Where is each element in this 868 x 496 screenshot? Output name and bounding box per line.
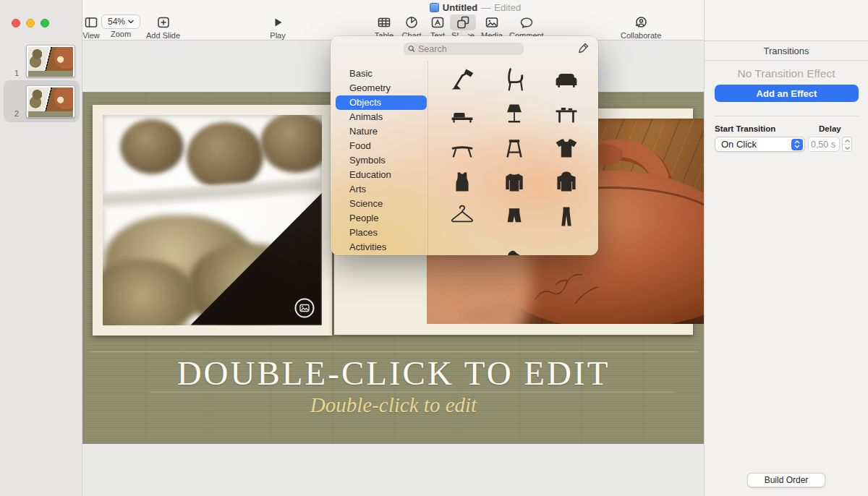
t-shirt-icon bbox=[553, 135, 579, 161]
shorts-icon bbox=[501, 204, 527, 230]
table-icon bbox=[371, 14, 397, 30]
category-symbols[interactable]: Symbols bbox=[336, 153, 427, 168]
collaborate-button[interactable]: Collaborate bbox=[621, 14, 661, 40]
pants-icon bbox=[553, 204, 579, 230]
keynote-window: 12 Untitled — Edited View 54% Zoom Add S… bbox=[0, 0, 868, 496]
zoom-value: 54% bbox=[108, 17, 125, 27]
tea-ball bbox=[120, 119, 184, 174]
shape-cell-t-shirt[interactable] bbox=[550, 132, 582, 164]
zoom-window-button[interactable] bbox=[41, 19, 49, 27]
sneaker-icon bbox=[449, 238, 475, 255]
text-icon bbox=[425, 14, 451, 30]
text-box-guide bbox=[89, 351, 698, 352]
document-proxy-icon bbox=[430, 3, 439, 12]
shape-cell-sofa[interactable] bbox=[550, 64, 582, 95]
delay-label: Delay bbox=[819, 124, 841, 133]
chart-icon bbox=[399, 14, 425, 30]
shape-cell-loafer[interactable] bbox=[550, 235, 582, 255]
search-icon bbox=[408, 45, 415, 53]
shape-grid bbox=[436, 62, 592, 255]
delay-stepper[interactable] bbox=[842, 137, 852, 152]
shape-cell-stool[interactable] bbox=[498, 132, 530, 164]
start-transition-select[interactable]: On Click bbox=[715, 137, 805, 152]
close-window-button[interactable] bbox=[12, 19, 20, 27]
shape-cell-chair[interactable] bbox=[498, 64, 530, 95]
shape-cell-sweater[interactable] bbox=[498, 166, 530, 198]
zoom-control[interactable]: 54% Zoom bbox=[101, 14, 140, 38]
chair-icon bbox=[501, 67, 527, 93]
bed-icon bbox=[449, 101, 475, 127]
minimize-window-button[interactable] bbox=[26, 19, 35, 27]
add-slide-icon bbox=[150, 14, 176, 30]
category-food[interactable]: Food bbox=[336, 139, 427, 153]
shape-cell-tank-top[interactable] bbox=[446, 166, 478, 198]
shape-icon bbox=[450, 14, 476, 30]
search-input[interactable] bbox=[418, 44, 519, 54]
category-science[interactable]: Science bbox=[336, 197, 427, 211]
build-order-button[interactable]: Build Order bbox=[747, 473, 825, 487]
edited-status: Edited bbox=[494, 2, 521, 13]
category-objects[interactable]: Objects bbox=[336, 95, 427, 110]
add-slide-button[interactable]: Add Slide bbox=[146, 14, 180, 40]
shapes-popover: BasicGeometryObjectsAnimalsNatureFoodSym… bbox=[331, 36, 598, 255]
shape-cell-high-heel[interactable] bbox=[498, 235, 530, 255]
category-arts[interactable]: Arts bbox=[336, 182, 427, 197]
category-activities[interactable]: Activities bbox=[336, 240, 427, 255]
slide-title-text[interactable]: DOUBLE-CLICK TO EDIT bbox=[83, 354, 704, 393]
no-transition-label: No Transition Effect bbox=[705, 67, 868, 80]
shape-cell-desk[interactable] bbox=[550, 98, 582, 129]
hanger-icon bbox=[449, 204, 475, 230]
delay-field[interactable]: 0,50 s bbox=[808, 137, 840, 152]
shape-cell-table-lamp[interactable] bbox=[498, 98, 530, 129]
category-places[interactable]: Places bbox=[336, 226, 427, 240]
sweater-icon bbox=[501, 169, 527, 195]
slide-thumbnail-1[interactable] bbox=[26, 45, 75, 77]
slide-thumbnail-2[interactable] bbox=[26, 85, 75, 118]
slide-subtitle-text[interactable]: Double-click to edit bbox=[83, 393, 704, 417]
category-education[interactable]: Education bbox=[336, 168, 427, 182]
category-people[interactable]: People bbox=[336, 211, 427, 226]
stepper-up-icon[interactable] bbox=[843, 137, 851, 145]
high-heel-icon bbox=[501, 238, 527, 255]
media-icon bbox=[479, 14, 505, 30]
transitions-inspector: Transitions No Transition Effect Add an … bbox=[704, 0, 868, 496]
thumbnail-image bbox=[28, 47, 73, 71]
shape-search-field[interactable] bbox=[404, 43, 524, 55]
photo-frame-left[interactable] bbox=[93, 105, 332, 335]
inspector-header: Transitions bbox=[705, 41, 868, 61]
table-lamp-icon bbox=[501, 101, 527, 127]
shape-cell-bed[interactable] bbox=[446, 98, 478, 129]
stepper-down-icon[interactable] bbox=[843, 145, 851, 151]
tank-top-icon bbox=[449, 169, 475, 195]
collaborate-icon bbox=[628, 14, 654, 30]
add-effect-button[interactable]: Add an Effect bbox=[715, 85, 859, 102]
category-animals[interactable]: Animals bbox=[336, 110, 427, 124]
category-basic[interactable]: Basic bbox=[336, 67, 427, 81]
shape-cell-coffee-table[interactable] bbox=[446, 132, 478, 164]
shape-cell-sneaker[interactable] bbox=[446, 235, 478, 255]
category-geometry[interactable]: Geometry bbox=[336, 81, 427, 95]
tea-leaves-photo[interactable] bbox=[103, 115, 322, 325]
play-icon bbox=[265, 14, 291, 30]
tea-ball bbox=[187, 122, 263, 190]
shape-cell-hoodie[interactable] bbox=[550, 166, 582, 198]
chevron-down-icon bbox=[128, 20, 134, 24]
document-title: Untitled bbox=[443, 2, 477, 13]
play-button[interactable]: Play bbox=[265, 14, 291, 40]
shape-cell-shorts[interactable] bbox=[498, 201, 530, 233]
sofa-icon bbox=[553, 67, 579, 93]
shape-cell-pants[interactable] bbox=[550, 201, 582, 233]
hoodie-icon bbox=[553, 169, 579, 195]
comment-icon bbox=[514, 14, 540, 30]
category-nature[interactable]: Nature bbox=[336, 124, 427, 139]
start-transition-label: Start Transition bbox=[715, 124, 775, 133]
window-controls bbox=[12, 19, 49, 27]
coffee-table-icon bbox=[449, 135, 475, 161]
draw-shape-pen-icon[interactable] bbox=[577, 42, 590, 54]
desk-lamp-icon bbox=[449, 67, 475, 93]
thumbnail-image bbox=[28, 87, 73, 111]
shape-cell-hanger[interactable] bbox=[446, 201, 478, 233]
media-placeholder-icon[interactable] bbox=[294, 298, 315, 318]
shape-cell-desk-lamp[interactable] bbox=[446, 64, 478, 95]
popover-divider bbox=[427, 61, 428, 255]
